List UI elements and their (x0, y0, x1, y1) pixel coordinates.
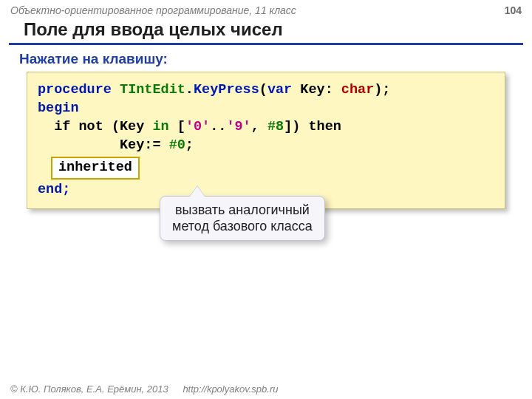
inherited-box: inherited (51, 157, 140, 180)
code-line-2: begin (38, 100, 494, 118)
code-box: procedure TIntEdit.KeyPress(var Key: cha… (27, 72, 505, 209)
code-line-4: Key:= #0; (38, 137, 494, 155)
copyright: © К.Ю. Поляков, Е.А. Ерёмин, 2013 (10, 383, 168, 395)
code-line-3: if not (Key in ['0'..'9', #8]) then (38, 118, 494, 137)
slide-subtitle: Нажатие на клавишу: (0, 45, 532, 72)
subject-label: Объектно-ориентированное программировани… (10, 4, 296, 16)
page-number: 104 (505, 4, 522, 16)
code-wrapper: procedure TIntEdit.KeyPress(var Key: cha… (27, 72, 505, 209)
callout-line2: метод базового класса (172, 219, 313, 235)
code-line-1: procedure TIntEdit.KeyPress(var Key: cha… (38, 81, 494, 100)
footer: © К.Ю. Поляков, Е.А. Ерёмин, 2013 http:/… (10, 383, 278, 395)
header-bar: Объектно-ориентированное программировани… (0, 0, 532, 18)
callout-line1: вызвать аналогичный (172, 202, 313, 219)
footer-url: http://kpolyakov.spb.ru (183, 383, 278, 395)
callout-tooltip: вызвать аналогичный метод базового класс… (160, 196, 325, 241)
slide-title: Поле для ввода целых чисел (9, 18, 523, 45)
code-line-5: inherited (38, 155, 494, 181)
